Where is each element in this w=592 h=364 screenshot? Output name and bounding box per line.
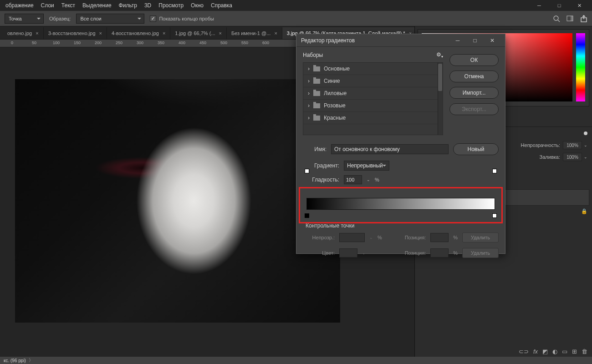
- trash-icon[interactable]: 🗑: [582, 348, 587, 355]
- document-image: [15, 79, 340, 323]
- menu-select[interactable]: Выделение: [79, 0, 115, 10]
- color-stop-label: Цвет:: [303, 250, 335, 256]
- menu-text[interactable]: Текст: [58, 0, 79, 10]
- preset-folder[interactable]: ›Синие: [303, 75, 443, 87]
- dialog-close-button[interactable]: ✕: [484, 35, 500, 46]
- gradient-bar[interactable]: [306, 198, 495, 210]
- chevron-down-icon[interactable]: ⌄: [369, 235, 373, 240]
- gradient-type-label: Градиент:: [312, 162, 339, 169]
- menu-help[interactable]: Справка: [207, 0, 236, 10]
- tab-4[interactable]: Без имени-1 @...×: [227, 27, 282, 39]
- layers-footer: ⊂⊃ fx ◩ ◐ ▭ ⊞ 🗑: [519, 348, 587, 355]
- scrollbar[interactable]: [438, 63, 443, 135]
- opacity-stop-left[interactable]: [305, 169, 309, 173]
- opacity-stop-label: Непрозр.:: [303, 235, 335, 240]
- show-sampling-ring-checkbox[interactable]: ✓ Показать кольцо пробы: [150, 15, 214, 22]
- ok-button[interactable]: ОК: [449, 54, 499, 66]
- chevron-down-icon[interactable]: ⌄: [584, 143, 587, 147]
- search-icon[interactable]: [553, 15, 560, 22]
- import-button[interactable]: Импорт...: [449, 87, 499, 99]
- preset-folder[interactable]: ›Основные: [303, 63, 443, 75]
- color-swatch[interactable]: [339, 248, 357, 258]
- window-restore-button[interactable]: □: [552, 1, 566, 10]
- close-icon[interactable]: ×: [36, 30, 38, 36]
- hue-slider[interactable]: [576, 33, 585, 101]
- percent-label: %: [375, 177, 379, 182]
- tab-3[interactable]: 1.jpg @ 66,7% (...×: [170, 27, 227, 39]
- gradient-name-input[interactable]: От основного к фоновому: [331, 144, 449, 154]
- workspace-icon[interactable]: [566, 15, 574, 22]
- opacity-stop-input[interactable]: [339, 233, 365, 242]
- sample-layers-dropdown[interactable]: Все слои: [76, 14, 144, 24]
- adjustment-layer-icon[interactable]: ◐: [552, 348, 557, 355]
- window-close-button[interactable]: ✕: [572, 1, 587, 10]
- chevron-down-icon[interactable]: ⌄: [362, 251, 366, 255]
- link-icon[interactable]: ⊂⊃: [519, 348, 529, 355]
- delete-stop-button[interactable]: Удалить: [462, 248, 499, 258]
- presets-list[interactable]: ›Основные ›Синие ›Лиловые ›Розовые ›Крас…: [303, 62, 443, 135]
- cancel-button[interactable]: Отмена: [449, 71, 499, 82]
- smoothness-input[interactable]: 100: [344, 175, 362, 184]
- new-button[interactable]: Новый: [453, 143, 499, 155]
- menu-layers[interactable]: Слои: [37, 0, 58, 10]
- opacity-value[interactable]: 100%: [563, 141, 582, 149]
- opacity-stop-right[interactable]: [492, 169, 497, 173]
- menu-filter[interactable]: Фильтр: [115, 0, 141, 10]
- share-icon[interactable]: [580, 15, 587, 22]
- close-icon[interactable]: ×: [163, 30, 165, 36]
- chevron-right-icon: ›: [308, 90, 310, 96]
- menu-window[interactable]: Окно: [187, 0, 207, 10]
- close-icon[interactable]: ×: [219, 30, 222, 36]
- folder-icon: [313, 79, 320, 84]
- close-icon[interactable]: ×: [99, 30, 102, 36]
- tab-1[interactable]: 3-восстановлено.jpg×: [44, 27, 107, 39]
- dialog-maximize-button[interactable]: □: [467, 35, 483, 46]
- menu-3d[interactable]: 3D: [141, 0, 155, 10]
- export-button[interactable]: Экспорт...: [449, 103, 499, 115]
- preset-folder[interactable]: ›Лиловые: [303, 87, 443, 100]
- tab-2[interactable]: 4-восстановлено.jpg×: [107, 27, 170, 39]
- svg-rect-3: [571, 16, 573, 21]
- fx-icon[interactable]: fx: [533, 348, 538, 355]
- chevron-right-icon: ›: [308, 102, 310, 109]
- sample-label: Образец:: [49, 16, 71, 21]
- status-bar: кс. (96 ppi)〉: [0, 357, 592, 364]
- gradient-ramp[interactable]: [303, 190, 499, 218]
- gear-icon[interactable]: ⚙︎▾: [436, 51, 443, 59]
- menu-image[interactable]: ображение: [2, 0, 37, 10]
- name-label: Имя:: [303, 146, 327, 152]
- percent-label: %: [453, 235, 458, 240]
- preset-folder[interactable]: ›Красные: [303, 112, 443, 124]
- control-points-label: Контрольные точки: [306, 222, 499, 229]
- chevron-right-icon: ›: [308, 78, 310, 84]
- color-stop-right[interactable]: [492, 213, 497, 218]
- folder-icon: [313, 66, 320, 71]
- preset-folder[interactable]: ›Розовые: [303, 100, 443, 112]
- lock-icon[interactable]: 🔒: [581, 208, 587, 214]
- opacity-label: Непрозрачность:: [521, 142, 560, 148]
- color-stop-left[interactable]: [305, 213, 309, 218]
- dialog-title: Редактор градиентов: [301, 37, 355, 44]
- group-icon[interactable]: ▭: [562, 348, 567, 355]
- close-icon[interactable]: ×: [274, 30, 277, 36]
- new-layer-icon[interactable]: ⊞: [572, 348, 577, 355]
- position-label: Позиция:: [394, 250, 426, 256]
- window-minimize-button[interactable]: ─: [532, 1, 546, 10]
- filter-dot-icon[interactable]: [584, 131, 587, 135]
- sample-size-dropdown[interactable]: Точка: [5, 14, 44, 24]
- fill-value[interactable]: 100%: [563, 153, 582, 161]
- chevron-down-icon[interactable]: ⌄: [367, 177, 370, 182]
- svg-line-1: [558, 20, 560, 22]
- gradient-type-dropdown[interactable]: Непрерывный: [344, 161, 389, 171]
- position-input[interactable]: [430, 248, 449, 258]
- chevron-down-icon[interactable]: ⌄: [584, 155, 587, 159]
- dialog-minimize-button[interactable]: ─: [449, 35, 466, 46]
- mask-icon[interactable]: ◩: [542, 348, 548, 355]
- delete-stop-button[interactable]: Удалить: [462, 233, 499, 243]
- menu-view[interactable]: Просмотр: [155, 0, 187, 10]
- show-ring-label: Показать кольцо пробы: [159, 16, 214, 21]
- tab-0[interactable]: овлено.jpg×: [3, 27, 44, 39]
- position-label: Позиция:: [394, 235, 426, 240]
- menubar: ображение Слои Текст Выделение Фильтр 3D…: [0, 0, 592, 11]
- position-input[interactable]: [430, 233, 449, 242]
